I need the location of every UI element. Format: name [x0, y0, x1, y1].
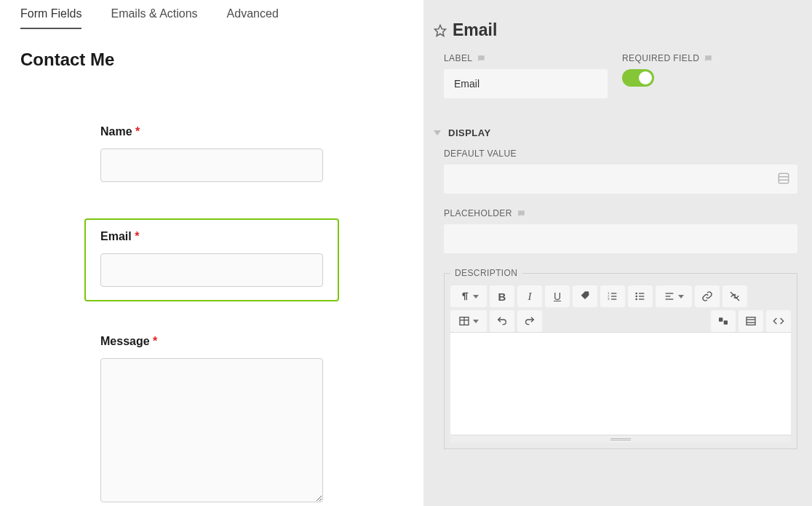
editor-resize-handle[interactable]: [450, 435, 791, 443]
code-icon[interactable]: [766, 310, 791, 332]
tab-emails-actions[interactable]: Emails & Actions: [111, 7, 197, 29]
svg-point-14: [636, 296, 637, 296]
chevron-down-icon: [473, 320, 479, 323]
underline-icon[interactable]: U: [545, 285, 570, 307]
chevron-down-icon: [473, 295, 479, 299]
svg-point-13: [636, 293, 637, 293]
label-heading-text: LABEL: [444, 53, 472, 63]
field-label-email: Email *: [100, 230, 323, 243]
field-label-name: Name *: [100, 125, 323, 138]
merge-tag-icon[interactable]: [777, 172, 790, 185]
help-icon[interactable]: [517, 209, 526, 218]
required-star: *: [135, 230, 139, 242]
display-section-title: DISPLAY: [448, 127, 491, 138]
rte-toolbar-1: B I U 123: [450, 285, 791, 307]
italic-icon[interactable]: I: [517, 285, 542, 307]
name-input[interactable]: [100, 149, 323, 182]
required-heading: REQUIRED FIELD: [622, 53, 797, 63]
chevron-down-icon: [434, 130, 441, 135]
required-toggle[interactable]: [622, 69, 654, 87]
field-label-text: Email: [100, 230, 132, 242]
panel-header: Email: [434, 20, 797, 40]
default-value-section: DEFAULT VALUE: [434, 149, 797, 194]
placeholder-heading: PLACEHOLDER: [444, 208, 797, 218]
tag-icon[interactable]: [573, 285, 597, 307]
svg-text:3: 3: [608, 297, 610, 301]
default-value-heading: DEFAULT VALUE: [444, 149, 797, 159]
star-icon[interactable]: [434, 24, 447, 37]
builder-tabs: Form Fields Emails & Actions Advanced: [20, 7, 403, 29]
undo-icon[interactable]: [490, 310, 514, 332]
layout-icon[interactable]: [739, 310, 763, 332]
align-icon[interactable]: [656, 285, 692, 307]
drag-handle-icon: [610, 438, 631, 440]
email-input[interactable]: [100, 253, 323, 287]
label-column: LABEL: [444, 53, 608, 98]
required-column: REQUIRED FIELD: [622, 53, 797, 98]
form-builder-pane: Form Fields Emails & Actions Advanced Co…: [0, 0, 423, 506]
placeholder-input[interactable]: [444, 224, 797, 253]
bold-icon[interactable]: B: [490, 285, 514, 307]
field-settings-pane: Email LABEL REQUIRED FIELD DISPLAY DEFAU…: [423, 0, 812, 506]
required-heading-text: REQUIRED FIELD: [622, 53, 699, 63]
description-fieldset: DESCRIPTION B I U 123: [444, 268, 797, 449]
default-value-wrapper: [444, 165, 797, 194]
pilcrow-icon[interactable]: [450, 285, 487, 307]
tab-advanced[interactable]: Advanced: [227, 7, 279, 29]
ordered-list-icon[interactable]: 123: [600, 285, 625, 307]
placeholder-section: PLACEHOLDER: [434, 208, 797, 253]
description-editor[interactable]: [450, 332, 791, 435]
rte-toolbar-2: [450, 310, 791, 332]
svg-point-15: [636, 299, 637, 299]
required-star: *: [135, 125, 140, 138]
svg-marker-0: [435, 25, 446, 36]
unlink-icon[interactable]: [723, 285, 747, 307]
table-icon[interactable]: [450, 310, 487, 332]
message-input[interactable]: [100, 358, 323, 502]
default-value-input[interactable]: [444, 165, 797, 194]
svg-rect-1: [779, 173, 789, 183]
required-star: *: [153, 335, 157, 347]
placeholder-heading-text: PLACEHOLDER: [444, 208, 512, 218]
unordered-list-icon[interactable]: [628, 285, 653, 307]
svg-rect-25: [747, 317, 755, 325]
help-icon[interactable]: [477, 54, 486, 63]
field-block-email[interactable]: Email *: [84, 218, 339, 301]
form-canvas: Name * Email * Message *: [20, 114, 403, 506]
field-label-message: Message *: [100, 335, 323, 348]
redo-icon[interactable]: [517, 310, 542, 332]
field-label-text: Message: [100, 335, 150, 347]
description-heading: DESCRIPTION: [450, 268, 522, 278]
help-icon[interactable]: [704, 54, 713, 63]
link-icon[interactable]: [695, 285, 720, 307]
field-block-name[interactable]: Name *: [84, 114, 339, 197]
field-label-text: Name: [100, 125, 132, 138]
toggle-knob: [639, 71, 652, 84]
media-icon[interactable]: [711, 310, 736, 332]
form-title: Contact Me: [20, 50, 403, 70]
tab-form-fields[interactable]: Form Fields: [20, 7, 81, 29]
label-heading: LABEL: [444, 53, 608, 63]
panel-title: Email: [453, 20, 497, 40]
svg-rect-23: [719, 317, 723, 321]
chevron-down-icon: [678, 295, 684, 299]
default-value-heading-text: DEFAULT VALUE: [444, 149, 517, 159]
svg-rect-24: [724, 320, 728, 324]
meta-row: LABEL REQUIRED FIELD: [434, 53, 797, 98]
label-input[interactable]: [444, 69, 608, 98]
display-section-header[interactable]: DISPLAY: [434, 127, 797, 138]
field-block-message[interactable]: Message *: [84, 323, 339, 506]
